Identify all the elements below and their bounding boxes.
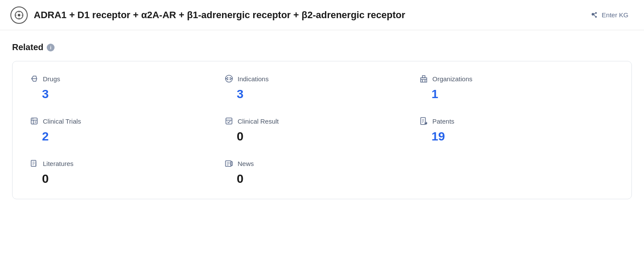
main-content: Related i Drugs3Indications3Organization… bbox=[0, 30, 644, 211]
svg-rect-20 bbox=[422, 76, 425, 78]
card-label-row-clinical-result: Clinical Result bbox=[225, 117, 419, 125]
enter-kg-button[interactable]: Enter KG bbox=[584, 8, 634, 22]
svg-point-17 bbox=[227, 79, 229, 80]
svg-rect-19 bbox=[421, 78, 427, 82]
card-label-row-organizations: Organizations bbox=[419, 74, 614, 83]
clinical-result-value: 0 bbox=[225, 130, 419, 143]
card-indications: Indications3 bbox=[225, 74, 419, 101]
svg-rect-40 bbox=[231, 162, 232, 166]
svg-line-10 bbox=[594, 15, 595, 16]
indications-value[interactable]: 3 bbox=[225, 87, 419, 101]
card-label-row-news: News bbox=[225, 159, 419, 168]
patents-icon: + bbox=[419, 117, 428, 125]
literatures-icon bbox=[30, 159, 39, 168]
svg-point-14 bbox=[230, 77, 231, 79]
related-cards-container: Drugs3Indications3Organizations1Clinical… bbox=[12, 61, 632, 199]
info-icon[interactable]: i bbox=[47, 44, 55, 51]
related-title: Related bbox=[12, 42, 43, 52]
literatures-value: 0 bbox=[30, 172, 225, 186]
page-title: ADRA1 + D1 receptor + α2A-AR + β1-adrene… bbox=[34, 10, 405, 21]
svg-point-13 bbox=[227, 77, 229, 79]
news-icon bbox=[225, 159, 233, 168]
drugs-label: Drugs bbox=[43, 75, 60, 83]
card-organizations: Organizations1 bbox=[419, 74, 614, 101]
clinical-result-icon bbox=[225, 117, 233, 125]
patents-label: Patents bbox=[432, 118, 454, 125]
card-patents: +Patents19 bbox=[419, 117, 614, 143]
card-clinical-result: Clinical Result0 bbox=[225, 117, 419, 143]
svg-rect-27 bbox=[226, 118, 232, 124]
news-value: 0 bbox=[225, 172, 419, 186]
svg-point-1 bbox=[18, 14, 20, 16]
card-drugs: Drugs3 bbox=[30, 74, 225, 101]
svg-rect-24 bbox=[31, 118, 37, 124]
drugs-value[interactable]: 3 bbox=[30, 87, 225, 101]
card-label-row-patents: +Patents bbox=[419, 117, 614, 125]
enter-kg-label: Enter KG bbox=[602, 11, 628, 19]
svg-point-6 bbox=[592, 13, 594, 16]
svg-point-18 bbox=[230, 79, 231, 80]
clinical-trials-icon bbox=[30, 117, 39, 125]
literatures-label: Literatures bbox=[43, 160, 74, 167]
card-clinical-trials: Clinical Trials2 bbox=[30, 117, 225, 143]
card-news: News0 bbox=[225, 159, 419, 186]
enter-kg-icon bbox=[589, 11, 598, 19]
indications-label: Indications bbox=[238, 75, 269, 83]
svg-point-16 bbox=[231, 78, 232, 80]
header: ADRA1 + D1 receptor + α2A-AR + β1-adrene… bbox=[0, 0, 644, 30]
card-label-row-drugs: Drugs bbox=[30, 74, 225, 83]
indications-icon bbox=[225, 74, 233, 83]
svg-point-15 bbox=[226, 78, 227, 80]
news-label: News bbox=[238, 160, 254, 167]
card-label-row-clinical-trials: Clinical Trials bbox=[30, 117, 225, 125]
svg-text:+: + bbox=[425, 121, 427, 124]
organizations-value[interactable]: 1 bbox=[419, 87, 614, 101]
organizations-label: Organizations bbox=[432, 75, 473, 83]
organizations-icon bbox=[419, 74, 428, 83]
patents-value[interactable]: 19 bbox=[419, 130, 614, 143]
entity-icon bbox=[10, 6, 28, 24]
svg-point-7 bbox=[595, 12, 597, 14]
card-literatures: Literatures0 bbox=[30, 159, 225, 186]
card-label-row-literatures: Literatures bbox=[30, 159, 225, 168]
related-header: Related i bbox=[12, 42, 632, 52]
drugs-icon bbox=[30, 74, 39, 83]
clinical-result-label: Clinical Result bbox=[238, 118, 279, 125]
card-label-row-indications: Indications bbox=[225, 74, 419, 83]
cards-grid: Drugs3Indications3Organizations1Clinical… bbox=[30, 74, 614, 186]
header-left: ADRA1 + D1 receptor + α2A-AR + β1-adrene… bbox=[10, 6, 405, 24]
clinical-trials-value[interactable]: 2 bbox=[30, 130, 225, 143]
svg-line-9 bbox=[594, 13, 595, 14]
clinical-trials-label: Clinical Trials bbox=[43, 118, 81, 125]
